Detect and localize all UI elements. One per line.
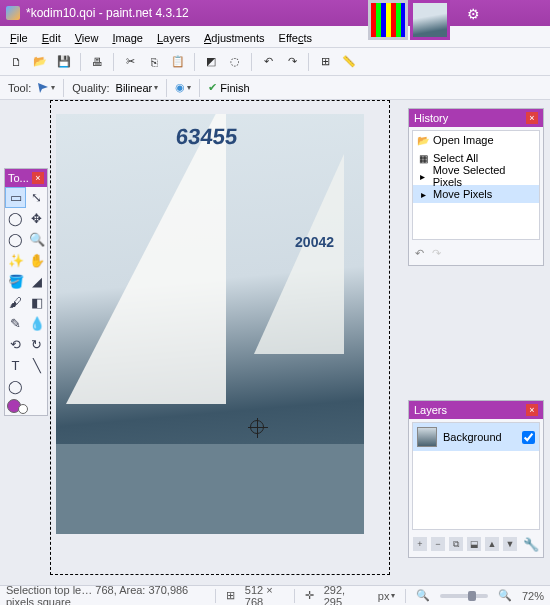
tool-shapes[interactable]: ◯ [5,376,26,397]
menu-adjustments[interactable]: Adjustments [204,32,265,44]
tools-close-button[interactable]: × [32,172,44,184]
tool-options-bar: Tool: Quality: Bilinear ◉ ✔Finish [0,76,550,100]
history-item-icon: ▸ [417,171,429,182]
tool-brush[interactable]: 🖌 [5,292,26,313]
history-close-button[interactable]: × [526,112,538,124]
quality-label: Quality: [72,82,109,94]
tool-label: Tool: [8,82,31,94]
tool-ellipse-select[interactable]: ◯ [5,229,26,250]
tool-move[interactable]: ✥ [26,208,47,229]
layer-visible-checkbox[interactable] [522,431,535,444]
dims-icon: ⊞ [226,589,235,602]
canvas-area[interactable]: 63455 20042 [50,100,390,575]
copy-icon[interactable]: ⎘ [144,52,164,72]
ruler-icon[interactable]: 📏 [339,52,359,72]
settings-icon[interactable]: ⚙ [467,6,480,22]
move-cursor-icon [250,420,264,434]
deselect-icon[interactable]: ◌ [225,52,245,72]
tool-shapes-2[interactable] [26,376,47,397]
tool-clone[interactable]: ⟲ [5,334,26,355]
layer-properties-icon[interactable]: 🔧 [523,537,539,552]
zoom-slider[interactable] [440,594,488,598]
tool-lasso[interactable]: ◯ [5,208,26,229]
zoom-out-icon[interactable]: 🔍 [416,589,430,602]
history-item[interactable]: 📂Open Image [413,131,539,149]
color-swatch[interactable] [5,397,47,415]
crop-icon[interactable]: ◩ [201,52,221,72]
new-icon[interactable]: 🗋 [6,52,26,72]
layer-down-icon[interactable]: ▼ [503,537,517,551]
sail-number: 63455 [175,124,239,150]
tool-pan[interactable]: ✋ [26,250,47,271]
tool-gradient[interactable]: ◢ [26,271,47,292]
tool-line[interactable]: ╲ [26,355,47,376]
tool-move-selection[interactable]: ⤡ [26,187,47,208]
layers-panel: Layers × Background + − ⧉ ⬓ ▲ ▼ 🔧 [408,400,544,558]
status-bar: Selection top le… 768, Area: 370,986 pix… [0,585,550,605]
history-item-label: Select All [433,152,478,164]
tool-eraser[interactable]: ◧ [26,292,47,313]
history-item-label: Move Selected Pixels [433,164,535,188]
layer-name: Background [443,431,502,443]
paste-icon[interactable]: 📋 [168,52,188,72]
menu-effects[interactable]: Effects [279,32,312,44]
tool-rectangle-select[interactable]: ▭ [5,187,26,208]
status-dims: 512 × 768 [245,584,284,606]
layer-thumbnail [417,427,437,447]
open-icon[interactable]: 📂 [30,52,50,72]
history-item-icon: 📂 [417,135,429,146]
tool-text[interactable]: T [5,355,26,376]
cut-icon[interactable]: ✂ [120,52,140,72]
undo-icon[interactable]: ↶ [258,52,278,72]
menu-edit[interactable]: Edit [42,32,61,44]
grid-icon[interactable]: ⊞ [315,52,335,72]
history-item[interactable]: ▸Move Selected Pixels [413,167,539,185]
menu-view[interactable]: View [75,32,99,44]
app-icon [6,6,20,20]
history-item-icon: ▸ [417,189,429,200]
menu-image[interactable]: Image [112,32,143,44]
layers-title: Layers [414,404,447,416]
sail-number-2: 20042 [295,234,334,250]
status-zoom: 72% [522,590,544,602]
history-item-label: Open Image [433,134,494,146]
status-selection: Selection top le… 768, Area: 370,986 pix… [6,584,205,606]
secondary-color[interactable] [18,404,28,414]
layer-delete-icon[interactable]: − [431,537,445,551]
redo-icon[interactable]: ↷ [282,52,302,72]
tools-panel-title: To... [8,172,29,184]
print-icon[interactable]: 🖶 [87,52,107,72]
save-icon[interactable]: 💾 [54,52,74,72]
zoom-in-icon[interactable]: 🔍 [498,589,512,602]
tool-recolor[interactable]: ↻ [26,334,47,355]
doc-thumb-1[interactable] [368,0,408,40]
history-item-label: Move Pixels [433,188,492,200]
layer-up-icon[interactable]: ▲ [485,537,499,551]
menu-file[interactable]: File [10,32,28,44]
quality-dropdown[interactable]: Bilinear [116,82,159,94]
tool-pencil[interactable]: ✎ [5,313,26,334]
tool-magic-wand[interactable]: ✨ [5,250,26,271]
unit-dropdown[interactable]: px [378,590,396,602]
doc-thumb-2[interactable] [410,0,450,40]
menu-layers[interactable]: Layers [157,32,190,44]
layer-row[interactable]: Background [413,423,539,451]
layer-duplicate-icon[interactable]: ⧉ [449,537,463,551]
history-undo-icon[interactable]: ↶ [415,247,424,260]
canvas-image[interactable]: 63455 20042 [56,114,364,534]
history-redo-icon[interactable]: ↷ [432,247,441,260]
layers-close-button[interactable]: × [526,404,538,416]
tool-zoom-icon[interactable]: 🔍 [26,229,47,250]
layer-add-icon[interactable]: + [413,537,427,551]
history-item-icon: ▦ [417,153,429,164]
tool-paint-bucket[interactable]: 🪣 [5,271,26,292]
cursor-icon: ✛ [305,589,314,602]
tool-color-picker[interactable]: 💧 [26,313,47,334]
history-title: History [414,112,448,124]
tool-selector[interactable] [37,82,55,94]
history-panel: History × 📂Open Image▦Select All▸Move Se… [408,108,544,266]
layer-merge-icon[interactable]: ⬓ [467,537,481,551]
finish-button[interactable]: ✔Finish [208,81,249,94]
sampling-dropdown[interactable]: ◉ [175,81,191,94]
window-title: *kodim10.qoi - paint.net 4.3.12 [26,6,189,20]
